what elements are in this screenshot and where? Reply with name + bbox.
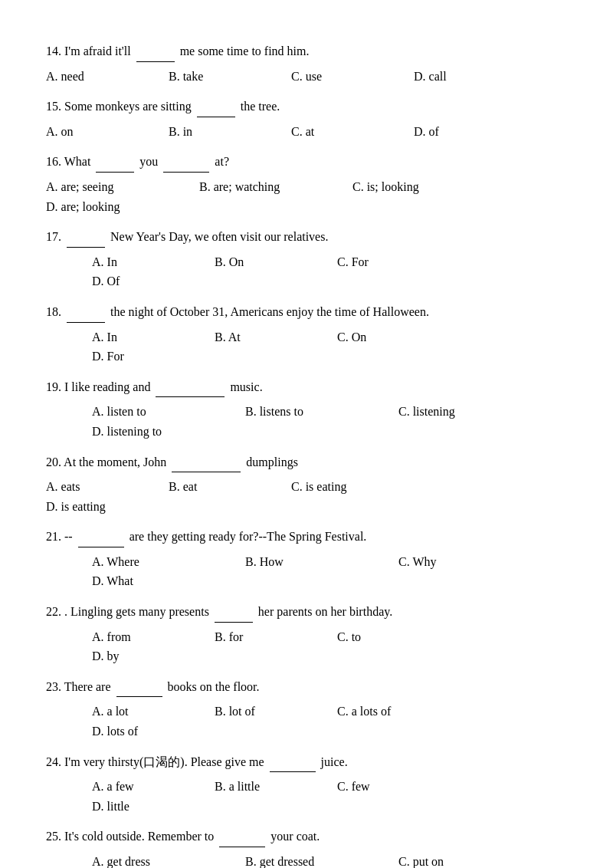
q15-opt-d: D. of bbox=[414, 122, 536, 142]
q18-opt-b: B. At bbox=[215, 327, 337, 347]
q22-rest: her parents on her birthday. bbox=[258, 605, 392, 618]
q16-blank1 bbox=[96, 152, 134, 173]
question-25: 25. It's cold outside. Remember to your … bbox=[46, 827, 567, 847]
q16-opt-a: A. are; seeing bbox=[46, 177, 199, 197]
question-21: 21. -- are they getting ready for?--The … bbox=[46, 527, 567, 547]
q22-opt-a: A. from bbox=[92, 627, 215, 647]
q20-text: 20. At the moment, John bbox=[46, 455, 166, 469]
q23-opt-a: A. a lot bbox=[92, 702, 215, 722]
q14-blank bbox=[136, 41, 175, 62]
q22-options: A. from B. for C. to D. by bbox=[46, 627, 567, 666]
q16-options: A. are; seeing B. are; watching C. is; l… bbox=[46, 177, 567, 216]
q15-blank bbox=[197, 97, 235, 117]
q22-text: 22. . Lingling gets many presents bbox=[46, 605, 209, 618]
question-14: 14. I'm afraid it'll me some time to fin… bbox=[46, 41, 567, 62]
q17-text: 17. bbox=[46, 230, 61, 243]
q16-text: 16. What bbox=[46, 155, 90, 168]
question-18: 18. the night of October 31, Americans e… bbox=[46, 302, 567, 323]
q17-opt-d: D. Of bbox=[92, 271, 215, 291]
q16-rest: at? bbox=[215, 155, 229, 168]
q17-opt-c: C. For bbox=[337, 252, 460, 272]
q24-opt-a: A. a few bbox=[92, 777, 215, 797]
q23-rest: books on the floor. bbox=[168, 680, 260, 693]
q20-options: A. eats B. eat C. is eating D. is eattin… bbox=[46, 477, 567, 516]
q21-opt-c: C. Why bbox=[398, 552, 552, 572]
q24-blank bbox=[270, 752, 316, 773]
q20-blank bbox=[172, 452, 241, 473]
q25-text: 25. It's cold outside. Remember to bbox=[46, 830, 214, 843]
q24-opt-b: B. a little bbox=[215, 777, 337, 797]
q14-opt-d: D. call bbox=[414, 67, 536, 87]
q18-text: 18. bbox=[46, 305, 61, 318]
q19-blank bbox=[156, 377, 225, 398]
q22-opt-c: C. to bbox=[337, 627, 460, 647]
q21-options: A. Where B. How C. Why D. What bbox=[46, 552, 567, 591]
q19-opt-b: B. listens to bbox=[245, 402, 398, 422]
q17-options: A. In B. On C. For D. Of bbox=[46, 252, 567, 291]
q23-opt-c: C. a lots of bbox=[337, 702, 490, 722]
q25-blank bbox=[219, 827, 265, 847]
q23-options: A. a lot B. lot of C. a lots of D. lots … bbox=[46, 702, 567, 741]
q21-opt-a: A. Where bbox=[92, 552, 245, 572]
question-19: 19. I like reading and music. bbox=[46, 377, 567, 398]
question-15: 15. Some monkeys are sitting the tree. bbox=[46, 97, 567, 117]
q16-opt-d: D. are; looking bbox=[46, 197, 199, 217]
q14-opt-a: A. need bbox=[46, 67, 169, 87]
q25-opt-a: A. get dress bbox=[92, 852, 245, 868]
q23-opt-b: B. lot of bbox=[215, 702, 337, 722]
q16-mid: you bbox=[139, 155, 161, 168]
q24-opt-c: C. few bbox=[337, 777, 460, 797]
q14-opt-b: B. take bbox=[169, 67, 291, 87]
q15-opt-b: B. in bbox=[169, 122, 291, 142]
q24-rest: juice. bbox=[321, 755, 348, 768]
q17-blank bbox=[67, 227, 105, 248]
q18-opt-d: D. For bbox=[92, 347, 215, 367]
q19-opt-d: D. listening to bbox=[92, 422, 245, 442]
q21-opt-d: D. What bbox=[92, 571, 245, 591]
q20-opt-b: B. eat bbox=[169, 477, 291, 497]
q18-options: A. In B. At C. On D. For bbox=[46, 327, 567, 367]
q20-opt-d: D. is eatting bbox=[46, 497, 199, 517]
q25-rest: your coat. bbox=[270, 830, 320, 843]
q15-options: A. on B. in C. at D. of bbox=[46, 122, 567, 142]
q15-text: 15. Some monkeys are sitting bbox=[46, 100, 192, 113]
q23-text: 23. There are bbox=[46, 680, 111, 693]
q19-rest: music. bbox=[230, 380, 262, 393]
q18-opt-c: C. On bbox=[337, 327, 460, 347]
q17-opt-a: A. In bbox=[92, 252, 215, 272]
q24-text: 24. I'm very thirsty(口渴的). Please give m… bbox=[46, 755, 264, 768]
q22-opt-b: B. for bbox=[215, 627, 337, 647]
q18-rest: the night of October 31, Americans enjoy… bbox=[110, 305, 429, 318]
question-22: 22. . Lingling gets many presents her pa… bbox=[46, 602, 567, 623]
q19-opt-a: A. listen to bbox=[92, 402, 245, 422]
q23-blank bbox=[116, 677, 162, 698]
q14-opt-c: C. use bbox=[291, 67, 414, 87]
question-24: 24. I'm very thirsty(口渴的). Please give m… bbox=[46, 752, 567, 773]
q16-blank2 bbox=[163, 152, 209, 173]
q22-blank bbox=[215, 602, 253, 623]
q20-rest: dumplings bbox=[246, 455, 298, 469]
q21-rest: are they getting ready for?--The Spring … bbox=[129, 530, 367, 543]
q24-options: A. a few B. a little C. few D. little bbox=[46, 777, 567, 816]
q18-opt-a: A. In bbox=[92, 327, 215, 347]
q15-rest: the tree. bbox=[241, 100, 280, 113]
question-20: 20. At the moment, John dumplings bbox=[46, 452, 567, 473]
q14-rest: me some time to find him. bbox=[180, 44, 310, 58]
q18-blank bbox=[67, 302, 105, 323]
q25-opt-b: B. get dressed bbox=[245, 852, 398, 868]
q17-rest: New Year's Day, we often visit our relat… bbox=[110, 230, 328, 243]
q20-opt-a: A. eats bbox=[46, 477, 169, 497]
q20-opt-c: C. is eating bbox=[291, 477, 444, 497]
q16-opt-c: C. is; looking bbox=[352, 177, 506, 197]
question-16: 16. What you at? bbox=[46, 152, 567, 173]
q17-opt-b: B. On bbox=[215, 252, 337, 272]
q19-text: 19. I like reading and bbox=[46, 380, 150, 393]
q22-opt-d: D. by bbox=[92, 646, 215, 666]
q14-text: 14. I'm afraid it'll bbox=[46, 44, 131, 58]
question-17: 17. New Year's Day, we often visit our r… bbox=[46, 227, 567, 248]
q14-options: A. need B. take C. use D. call bbox=[46, 67, 567, 87]
q21-text: 21. -- bbox=[46, 530, 73, 543]
q21-opt-b: B. How bbox=[245, 552, 398, 572]
q21-blank bbox=[78, 527, 124, 547]
q19-opt-c: C. listening bbox=[398, 402, 552, 422]
